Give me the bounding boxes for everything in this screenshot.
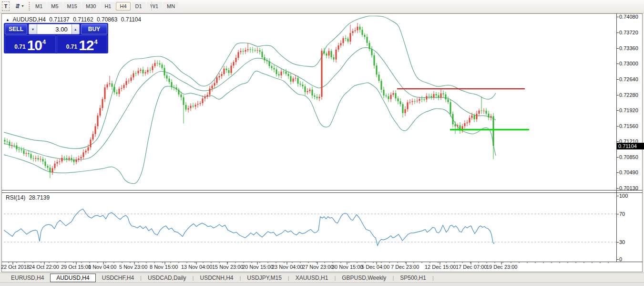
tab-separator: |: [432, 275, 434, 281]
candle-body: [371, 49, 373, 55]
candle-body: [321, 51, 323, 97]
candle-body: [73, 159, 75, 162]
sell-price-base: 0.71: [14, 43, 25, 50]
candle-body: [140, 70, 142, 71]
chart-tab-eurusd-h4[interactable]: EURUSD,H4: [5, 274, 50, 282]
price-tick: [617, 126, 619, 127]
buy-button[interactable]: BUY: [81, 24, 107, 34]
text-tool-button[interactable]: T: [2, 1, 10, 11]
candle-body: [319, 97, 320, 98]
candle-body: [76, 159, 77, 162]
chart-tab-usdcnh-h4[interactable]: USDCNH,H4: [194, 274, 239, 282]
buy-price-pips: 12: [79, 39, 93, 52]
candle-body: [195, 105, 196, 106]
candle-body: [107, 85, 108, 88]
candle-body: [83, 152, 84, 157]
timeframe-w1[interactable]: W1: [147, 2, 163, 11]
chart-rsi-divider[interactable]: [2, 190, 643, 191]
candle-body: [467, 123, 468, 123]
timeframe-h1[interactable]: H1: [101, 2, 115, 11]
status-strip: [0, 282, 644, 286]
price-tick: [617, 48, 619, 49]
candle-body: [271, 66, 273, 68]
candle-body: [479, 111, 480, 114]
price-tick-label: 0.71920: [619, 107, 638, 113]
chart-tab-sp500-h1[interactable]: SP500,H1: [394, 274, 432, 282]
rsi-tick: [617, 196, 619, 196]
candle-body: [174, 87, 175, 88]
mt4-window: T ⇵▼ M1M5M15M30H1H4D1W1MN 0.740800.73720…: [0, 0, 644, 286]
candle-body: [102, 99, 103, 108]
price-tick: [617, 95, 619, 95]
candle-body: [238, 52, 239, 58]
sell-button[interactable]: SELL: [5, 24, 27, 34]
candle-body: [138, 71, 139, 73]
chart-tab-audusd-h4[interactable]: AUDUSD,H4: [50, 274, 95, 282]
candle-body: [481, 111, 482, 111]
buy-price[interactable]: 0.71 12 4: [57, 35, 108, 53]
time-tick-label: 24 Oct 22:00: [29, 264, 65, 270]
candle-body: [54, 164, 56, 169]
candle-body: [14, 145, 15, 146]
time-tick-label: 19 Dec 23:00: [486, 264, 522, 270]
candle-body: [78, 159, 80, 160]
timeframe-h4[interactable]: H4: [116, 2, 130, 11]
price-tick: [617, 64, 619, 64]
rsi-chart-canvas[interactable]: [4, 193, 616, 262]
candle-body: [440, 94, 442, 98]
volume-input[interactable]: [37, 24, 72, 34]
candle-body: [295, 78, 296, 78]
candle-body: [386, 95, 387, 96]
candle-body: [11, 145, 13, 146]
chart-tab-usdjpy-m15[interactable]: USDJPY,M15: [241, 274, 287, 282]
candle-body: [283, 72, 285, 72]
chart-tab-usdchf-h4[interactable]: USDCHF,H4: [96, 274, 140, 282]
timeframe-m1[interactable]: M1: [31, 2, 46, 11]
rsi-indicator-label: RSI(14) 28.7139: [6, 194, 51, 201]
rsi-tick: [617, 259, 619, 260]
timeframe-m5[interactable]: M5: [47, 2, 62, 11]
candle-body: [152, 66, 153, 70]
candle-body: [166, 75, 168, 79]
candle-body: [226, 69, 227, 70]
time-tick-label: 7 Dec 23:00: [391, 264, 427, 270]
candle-body: [104, 87, 106, 99]
candle-body: [290, 76, 292, 82]
candle-body: [419, 99, 420, 101]
expand-triangle-icon[interactable]: ▲: [6, 18, 10, 22]
chart-tab-usdcad-daily[interactable]: USDCAD,Daily: [142, 274, 193, 282]
buy-price-base: 0.71: [66, 43, 77, 50]
candle-body: [491, 116, 492, 117]
rsi-line: [4, 209, 494, 246]
candle-body: [469, 118, 470, 123]
candle-body: [336, 50, 337, 60]
candle-body: [164, 68, 165, 75]
toolbar-grip[interactable]: [29, 2, 30, 11]
rsi-tick-label: 100: [619, 193, 628, 199]
timeframe-m30[interactable]: M30: [82, 2, 100, 11]
candle-body: [19, 149, 20, 150]
candle-body: [343, 38, 344, 43]
bollinger-lower-band: [4, 71, 496, 184]
candle-body: [26, 153, 27, 154]
candle-body: [333, 57, 335, 60]
price-tick: [617, 79, 619, 80]
timeframe-m15[interactable]: M15: [63, 2, 81, 11]
candle-body: [352, 31, 354, 33]
volume-decrease-button[interactable]: ▼: [29, 24, 37, 34]
candle-body: [150, 70, 151, 70]
arrange-charts-button[interactable]: ⇵▼: [12, 1, 27, 11]
bollinger-middle-band: [4, 48, 496, 160]
candle-body: [362, 30, 363, 35]
chart-tab-gbpusd-weekly[interactable]: GBPUSD,Weekly: [336, 274, 392, 282]
volume-increase-button[interactable]: ▲: [72, 24, 80, 34]
timeframe-d1[interactable]: D1: [132, 2, 146, 11]
candle-body: [126, 81, 127, 85]
chart-tab-xauusd-h1[interactable]: XAUUSD,H1: [289, 274, 335, 282]
candle-body: [157, 63, 158, 64]
sell-price[interactable]: 0.71 10 4: [5, 35, 56, 53]
candle-body: [493, 116, 494, 146]
candle-body: [143, 70, 144, 74]
candle-body: [50, 168, 51, 172]
timeframe-mn[interactable]: MN: [163, 2, 179, 11]
